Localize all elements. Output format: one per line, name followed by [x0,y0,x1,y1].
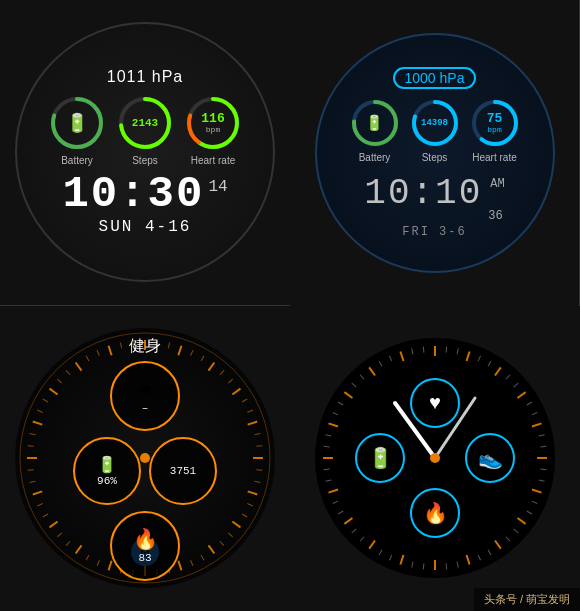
svg-line-65 [50,389,58,395]
q3-heart-val: – [142,402,149,414]
q2-battery-label: Battery [359,152,391,163]
svg-line-22 [228,379,232,383]
q2-hr-circle: 75 bpm [469,97,521,149]
watch-face-2: 1000 hPa 🔋 Battery [315,33,555,273]
battery-icon: 🔋 [66,112,88,134]
quadrant-3: 健身 ❤️ – 🔋 96% 3751 [0,306,290,612]
svg-line-54 [43,514,48,517]
watch-face-1: 1011 hPa 🔋 Battery [15,22,275,282]
q2-hr-unit: bpm [487,125,501,134]
svg-line-134 [395,403,435,458]
q1-time-suffix: 14 [208,178,227,196]
q1-time: 10:30 [62,172,204,216]
q1-hr-unit: bpm [206,125,220,134]
q2-steps-circle: 14398 [409,97,461,149]
q1-time-display: 10:30 14 [62,172,227,216]
svg-line-35 [232,522,240,528]
q2-battery-icon: 🔋 [365,113,384,132]
q1-steps-label: Steps [132,155,158,166]
footer-watermark: 头条号 / 萌宝发明 [474,588,580,611]
quadrant-2: 1000 hPa 🔋 Battery [290,0,580,306]
svg-point-136 [430,453,440,463]
q2-pressure: 1000 hPa [393,67,477,89]
svg-line-55 [37,504,42,506]
q2-steps-gauge: 14398 Steps [409,97,461,163]
q2-steps-val: 14398 [421,118,448,127]
q1-steps-gauge: 2143 Steps [116,94,174,166]
svg-line-60 [28,446,34,447]
q1-date: SUN 4-16 [99,218,192,236]
q2-time-display: 10:10 AM 36 [364,173,504,223]
svg-line-27 [255,434,261,435]
q2-date: FRI 3-6 [402,225,466,239]
q3-title: 健身 [129,336,161,357]
svg-line-61 [30,434,36,435]
svg-line-34 [242,514,247,517]
q1-hr-label: Heart rate [191,155,235,166]
q3-battery-pct: 96% [97,475,117,487]
watch-face-4: ♥ 🔋 👟 🔥 [315,338,555,578]
svg-line-24 [242,399,247,402]
q3-metric-cluster: ❤️ – 🔋 96% 3751 🔥 83 [73,361,217,581]
svg-line-64 [43,399,48,402]
quadrant-1: 1011 hPa 🔋 Battery [0,0,290,306]
svg-line-53 [50,522,58,528]
q3-center-dot [140,453,150,463]
svg-line-26 [248,422,258,425]
svg-line-135 [435,398,475,458]
q2-time: 10:10 [364,173,482,214]
svg-line-33 [247,504,252,506]
q3-calories-val: 83 [138,552,151,564]
q2-ampm: AM [490,177,504,191]
q3-fire-icon: 🔥 [133,527,158,552]
q2-hr-val: 75 [487,112,503,125]
svg-line-63 [37,410,42,412]
svg-line-31 [255,482,261,483]
q1-pressure: 1011 hPa [107,68,184,86]
svg-line-21 [220,371,224,375]
svg-line-28 [256,446,262,447]
q2-battery-gauge: 🔋 Battery [349,97,401,163]
q1-hr-circle: 116 bpm [184,94,242,152]
q1-battery-label: Battery [61,155,93,166]
svg-line-36 [228,533,232,537]
svg-line-57 [30,482,36,483]
q1-steps-circle: 2143 [116,94,174,152]
q2-gauges-row: 🔋 Battery 14398 Steps [349,97,521,163]
q4-hands-svg [315,338,555,578]
q2-seconds: 36 [488,209,504,223]
q1-steps-val: 2143 [132,118,158,129]
svg-line-32 [248,492,258,495]
q2-steps-label: Steps [422,152,448,163]
q3-battery-metric: 🔋 96% [73,437,141,505]
watch-face-3: 健身 ❤️ – 🔋 96% 3751 [15,328,275,588]
q3-heart-metric: ❤️ – [110,361,180,431]
q3-calories-metric: 🔥 83 [110,511,180,581]
svg-line-37 [220,541,224,545]
svg-line-66 [57,379,61,383]
q1-battery-gauge: 🔋 Battery [48,94,106,166]
svg-line-52 [57,533,61,537]
svg-line-51 [66,541,70,545]
svg-line-56 [33,492,43,495]
q3-steps-val: 3751 [170,465,196,477]
q2-hr-gauge: 75 bpm Heart rate [469,97,521,163]
svg-line-58 [28,470,34,471]
quadrant-4: ♥ 🔋 👟 🔥 [290,306,580,612]
q1-gauges-row: 🔋 Battery 2143 Steps [48,94,242,166]
footer-text: 头条号 / 萌宝发明 [484,593,570,605]
q2-hr-label: Heart rate [472,152,516,163]
svg-line-30 [256,470,262,471]
q3-heart-icon: ❤️ [139,377,151,402]
q3-steps-metric: 3751 [149,437,217,505]
q1-hr-val: 116 [201,112,224,125]
svg-line-25 [247,410,252,412]
svg-line-67 [66,371,70,375]
q1-hr-gauge: 116 bpm Heart rate [184,94,242,166]
q3-battery-icon-2: 🔋 [97,455,117,475]
svg-line-23 [232,389,240,395]
q1-battery-circle: 🔋 [48,94,106,152]
svg-line-62 [33,422,43,425]
q2-battery-circle: 🔋 [349,97,401,149]
